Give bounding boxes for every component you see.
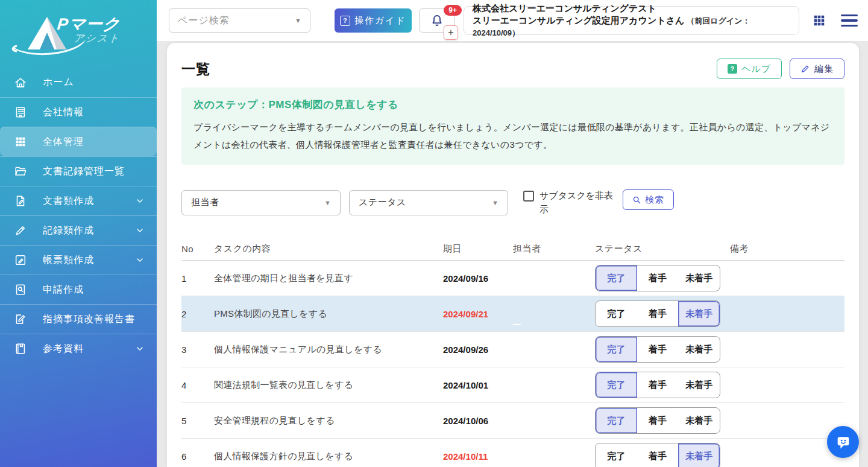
next-step-notice: 次のステップ：PMS体制図の見直しをする プライバシーマークを主導するチームメン… [181,87,844,165]
task-assignee [513,296,595,331]
status-option-not-started[interactable]: 未着手 [678,337,720,362]
status-option-not-started[interactable]: 未着手 [678,408,720,433]
account-info-button[interactable]: 株式会社スリーエーコンサルティングテスト スリーエーコンサルティング設定用アカウ… [464,6,799,35]
task-row[interactable]: 3個人情報保護マニュアルの見直しをする2024/09/26完了着手未着手 [181,332,844,367]
sidebar-nav: ホーム会社情報全体管理文書記録管理一覧文書類作成記録類作成帳票類作成申請作成指摘… [0,68,157,363]
sidebar-item-label: 申請作成 [43,284,145,296]
page-search-placeholder: ページ検索 [178,14,295,27]
content-card: 一覧 ? ヘルプ 編集 [167,43,859,467]
edit-square-icon [13,253,28,267]
question-icon: ? [728,64,737,74]
sidebar-item-folder[interactable]: 文書記録管理一覧 [0,156,157,186]
task-number: 5 [181,416,214,426]
status-toggle-group: 完了着手未着手 [595,336,720,363]
home-icon [13,75,28,90]
status-option-in-progress[interactable]: 着手 [637,337,679,362]
content-background: 一覧 ? ヘルプ 編集 [157,41,868,467]
status-option-in-progress[interactable]: 着手 [637,301,679,326]
book-icon [13,342,28,356]
next-step-title: 次のステップ：PMS体制図の見直しをする [193,98,832,112]
task-assignee [513,439,595,467]
sidebar-item-label: 全体管理 [43,136,145,148]
sidebar-item-label: 参考資料 [43,343,135,355]
hide-subtask-checkbox[interactable] [523,191,534,202]
search-icon [632,195,641,205]
task-due-date: 2024/09/26 [443,345,513,355]
column-header: 担当者 [513,243,595,255]
sidebar-item-edit-square[interactable]: 帳票類作成 [0,245,157,275]
apps-grid-button[interactable] [813,14,826,27]
column-header: 期日 [443,243,513,255]
card-header: 一覧 ? ヘルプ 編集 [181,59,844,79]
status-toggle-group: 完了着手未着手 [595,265,720,291]
question-icon: ? [340,16,350,26]
sidebar-item-grid[interactable]: 全体管理 [0,127,157,156]
status-option-not-started[interactable]: 未着手 [678,301,720,326]
status-option-complete[interactable]: 完了 [596,301,637,326]
status-option-complete[interactable]: 完了 [596,408,637,433]
help-button-label: ヘルプ [741,63,771,75]
sidebar-item-doc-search[interactable]: 申請作成 [0,275,157,304]
status-option-complete[interactable]: 完了 [596,372,637,398]
search-button[interactable]: 検索 [623,189,674,210]
status-option-complete[interactable]: 完了 [596,265,637,291]
sidebar-item-pencil[interactable]: 記録類作成 [0,215,157,245]
task-title: PMS体制図の見直しをする [214,308,443,320]
status-option-complete[interactable]: 完了 [596,337,637,362]
table-header-row: Noタスクの内容期日担当者ステータス備考 [181,238,844,261]
grid-icon [13,135,28,149]
sidebar-item-doc-pencil[interactable]: 指摘事項改善報告書 [0,304,157,334]
page-title: 一覧 [181,60,210,78]
assignee-filter-label: 担当者 [191,197,324,208]
task-row[interactable]: 5安全管理規程の見直しをする2024/10/06完了着手未着手 [181,403,844,439]
assignee-filter-select[interactable]: 担当者 ▼ [181,190,341,215]
status-filter-select[interactable]: ステータス ▼ [349,190,508,215]
status-option-in-progress[interactable]: 着手 [637,443,679,467]
status-option-in-progress[interactable]: 着手 [637,408,679,433]
task-number: 2 [181,309,214,319]
task-row[interactable]: 1全体管理の期日と担当者を見直す2024/09/16完了着手未着手 [181,261,844,296]
next-step-body: プライバシーマークを主導するチームメンバーの見直しを行いましょう。メンバー選定に… [193,119,832,153]
account-name: スリーエーコンサルティング設定用アカウントさん（前回ログイン：2024/10/0… [473,14,790,39]
status-option-in-progress[interactable]: 着手 [637,265,679,291]
column-header: 備考 [730,243,844,255]
status-option-not-started[interactable]: 未着手 [678,372,720,398]
main-pane: ページ検索 ▼ ? 操作ガイド 9+ + 株式会社スリーエーコンサルティングテス… [157,0,868,467]
app-logo[interactable]: Pマーク アシスト [0,0,157,68]
task-row[interactable]: 2PMS体制図の見直しをする2024/09/21完了着手未着手 [181,296,844,332]
edit-button[interactable]: 編集 [790,59,844,79]
task-title: 個人情報保護マニュアルの見直しをする [214,344,443,355]
notification-button[interactable]: 9+ + [419,8,455,33]
sidebar-item-building[interactable]: 会社情報 [0,97,157,127]
chat-support-button[interactable] [827,426,859,458]
status-option-in-progress[interactable]: 着手 [637,372,679,398]
app-window: Pマーク アシスト ホーム会社情報全体管理文書記録管理一覧文書類作成記録類作成帳… [0,0,868,467]
sidebar-item-label: 指摘事項改善報告書 [43,313,145,326]
task-title: 全体管理の期日と担当者を見直す [214,273,443,284]
sidebar-item-label: ホーム [43,76,145,89]
table-body: 1全体管理の期日と担当者を見直す2024/09/16完了着手未着手2PMS体制図… [181,261,844,467]
search-button-label: 検索 [645,194,664,206]
help-button[interactable]: ? ヘルプ [717,59,782,79]
status-option-not-started[interactable]: 未着手 [678,265,720,291]
status-option-complete[interactable]: 完了 [596,443,637,467]
logo-text-line2: アシスト [73,31,121,45]
operation-guide-button[interactable]: ? 操作ガイド [335,8,412,33]
sidebar-item-doc-edit[interactable]: 文書類作成 [0,186,157,215]
status-option-not-started[interactable]: 未着手 [678,443,720,467]
task-due-date: 2024/09/16 [443,273,513,284]
hide-subtask-label: サブタスクを非表示 [539,189,614,216]
task-row[interactable]: 6個人情報保護方針の見直しをする2024/10/11完了着手未着手 [181,439,844,467]
page-search-select[interactable]: ページ検索 ▼ [169,8,310,33]
sidebar-item-home[interactable]: ホーム [0,68,157,97]
notification-count-badge: 9+ [444,5,462,16]
hamburger-menu-button[interactable] [841,14,858,27]
task-row[interactable]: 4関連法規制一覧表の見直しをする2024/10/01完了着手未着手 [181,367,844,403]
plus-icon[interactable]: + [444,25,458,40]
status-toggle-group: 完了着手未着手 [595,443,720,467]
sidebar-item-book[interactable]: 参考資料 [0,334,157,363]
pencil-icon [13,223,28,238]
chevron-down-icon [135,226,145,235]
column-header: ステータス [595,243,730,255]
hide-subtask-checkbox-group[interactable]: サブタスクを非表示 [523,189,614,216]
